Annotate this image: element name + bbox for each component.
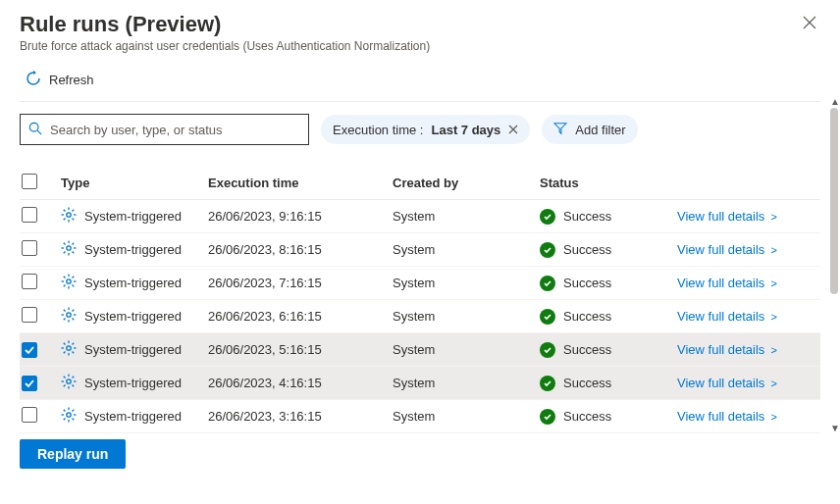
table-row[interactable]: System-triggered26/06/2023, 7:16:15Syste… <box>20 267 820 300</box>
table-row[interactable]: System-triggered26/06/2023, 8:16:15Syste… <box>20 233 820 267</box>
view-details-link[interactable]: View full details > <box>677 242 777 257</box>
status-label: Success <box>563 376 611 390</box>
svg-point-29 <box>67 313 71 317</box>
gear-icon <box>61 307 77 326</box>
type-label: System-triggered <box>84 276 182 290</box>
type-label: System-triggered <box>84 409 182 424</box>
view-details-link[interactable]: View full details > <box>677 276 777 290</box>
row-checkbox[interactable] <box>22 240 37 256</box>
status-label: Success <box>563 409 611 424</box>
row-checkbox[interactable] <box>22 342 37 358</box>
gear-icon <box>61 374 77 392</box>
created-by-cell: System <box>393 309 540 324</box>
created-by-cell: System <box>393 242 540 257</box>
svg-line-28 <box>73 277 75 278</box>
view-details-link[interactable]: View full details > <box>677 376 777 390</box>
vertical-scrollbar[interactable]: ▲ ▼ <box>830 108 838 422</box>
replay-run-button[interactable]: Replay run <box>20 439 126 469</box>
exec-time-cell: 26/06/2023, 5:16:15 <box>208 342 393 357</box>
table-row[interactable]: System-triggered26/06/2023, 5:16:15Syste… <box>20 333 820 367</box>
status-label: Success <box>563 309 611 324</box>
svg-line-36 <box>64 319 66 321</box>
type-label: System-triggered <box>84 209 182 224</box>
gear-icon <box>61 207 77 226</box>
svg-line-55 <box>73 377 75 378</box>
row-checkbox[interactable] <box>22 207 37 223</box>
type-label: System-triggered <box>84 242 182 257</box>
row-checkbox[interactable] <box>22 307 37 323</box>
svg-line-19 <box>73 243 75 245</box>
col-exec-time[interactable]: Execution time <box>208 176 393 190</box>
svg-line-34 <box>64 310 66 312</box>
search-input[interactable] <box>50 123 300 137</box>
filter-pill-remove[interactable] <box>508 123 518 137</box>
svg-line-37 <box>73 310 75 312</box>
success-icon <box>540 242 555 258</box>
view-details-link[interactable]: View full details > <box>677 209 777 224</box>
svg-line-17 <box>73 252 75 254</box>
exec-time-cell: 26/06/2023, 8:16:15 <box>208 242 393 257</box>
gear-icon <box>61 340 77 359</box>
svg-line-64 <box>73 410 75 412</box>
row-checkbox[interactable] <box>22 274 37 289</box>
svg-line-43 <box>64 343 66 345</box>
add-filter-label: Add filter <box>575 123 625 137</box>
svg-line-25 <box>64 277 66 278</box>
scroll-down-icon[interactable]: ▼ <box>830 423 840 433</box>
col-type[interactable]: Type <box>61 176 208 190</box>
col-created-by[interactable]: Created by <box>393 176 540 190</box>
svg-line-16 <box>64 243 66 245</box>
table-row[interactable]: System-triggered26/06/2023, 3:16:15Syste… <box>20 400 820 433</box>
scrollbar-thumb[interactable] <box>830 108 838 294</box>
col-status[interactable]: Status <box>540 176 677 190</box>
svg-point-11 <box>67 246 71 250</box>
success-icon <box>540 209 555 225</box>
success-icon <box>540 376 555 391</box>
filter-pill-label: Execution time : <box>333 123 424 137</box>
svg-line-63 <box>64 419 66 421</box>
scroll-up-icon[interactable]: ▲ <box>830 96 840 107</box>
view-details-link[interactable]: View full details > <box>677 409 777 424</box>
success-icon <box>540 276 555 291</box>
page-subtitle: Brute force attack against user credenti… <box>20 39 430 53</box>
row-checkbox[interactable] <box>22 376 37 391</box>
add-filter-button[interactable]: Add filter <box>542 115 637 144</box>
svg-line-62 <box>73 419 75 421</box>
status-label: Success <box>563 342 611 357</box>
svg-line-8 <box>73 219 75 221</box>
table-row[interactable]: System-triggered26/06/2023, 6:16:15Syste… <box>20 300 820 333</box>
svg-line-1 <box>37 130 41 134</box>
filter-pill-value: Last 7 days <box>432 123 501 137</box>
table-row[interactable]: System-triggered26/06/2023, 9:16:15Syste… <box>20 200 820 233</box>
svg-line-35 <box>73 319 75 321</box>
view-details-link[interactable]: View full details > <box>677 309 777 324</box>
svg-line-7 <box>64 210 66 212</box>
gear-icon <box>61 274 77 292</box>
svg-line-53 <box>73 385 75 387</box>
created-by-cell: System <box>393 276 540 290</box>
filter-icon <box>553 122 567 138</box>
created-by-cell: System <box>393 409 540 424</box>
close-icon <box>508 125 518 134</box>
exec-time-cell: 26/06/2023, 3:16:15 <box>208 409 393 424</box>
filter-pill-execution-time[interactable]: Execution time : Last 7 days <box>321 115 530 144</box>
search-box[interactable] <box>20 114 309 145</box>
success-icon <box>540 409 555 425</box>
gear-icon <box>61 407 77 426</box>
exec-time-cell: 26/06/2023, 6:16:15 <box>208 309 393 324</box>
status-label: Success <box>563 209 611 224</box>
row-checkbox[interactable] <box>22 407 37 423</box>
close-icon <box>803 16 816 29</box>
chevron-right-icon: > <box>767 378 776 389</box>
select-all-checkbox[interactable] <box>22 174 37 189</box>
view-details-link[interactable]: View full details > <box>677 342 777 357</box>
exec-time-cell: 26/06/2023, 4:16:15 <box>208 376 393 390</box>
status-label: Success <box>563 276 611 290</box>
svg-point-56 <box>67 413 71 417</box>
svg-line-46 <box>73 343 75 345</box>
svg-line-9 <box>64 219 66 221</box>
table-row[interactable]: System-triggered26/06/2023, 4:16:15Syste… <box>20 367 820 400</box>
close-button[interactable] <box>799 12 820 37</box>
refresh-button[interactable]: Refresh <box>20 67 100 93</box>
chevron-right-icon: > <box>767 311 776 323</box>
